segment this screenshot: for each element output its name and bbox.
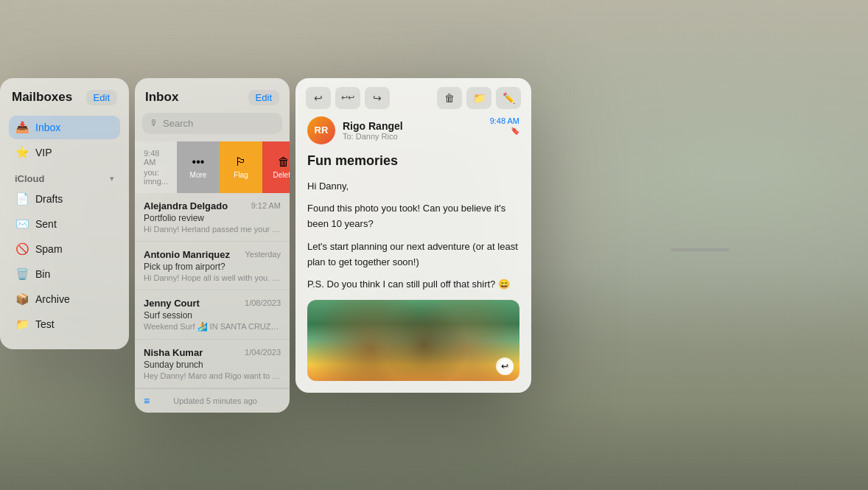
drafts-label: Drafts (35, 193, 63, 205)
mail-app: Mailboxes Edit 📥 Inbox ⭐ VIP iCloud ▾ 📄 … (0, 78, 531, 413)
more-dots-icon: ••• (192, 155, 205, 169)
reply-all-button[interactable]: ↩↩ (335, 87, 360, 109)
avatar: RR (307, 116, 335, 144)
trash-button[interactable]: 🗑 (437, 87, 462, 109)
mailboxes-edit-button[interactable]: Edit (86, 90, 117, 105)
bookmark-icon: 🔖 (511, 127, 519, 135)
search-placeholder: Search (163, 118, 193, 129)
sent-icon: ✉️ (15, 217, 29, 231)
sidebar-item-drafts[interactable]: 📄 Drafts (9, 187, 120, 211)
email-sender: Jenny Court (144, 298, 200, 309)
test-icon: 📁 (15, 318, 29, 331)
detail-content: RR Rigo Rangel To: Danny Rico 9:48 AM 🔖 … (295, 116, 531, 393)
status-bar: ≡ Updated 5 minutes ago (135, 388, 290, 413)
email-preview: Weekend Surf 🏄 IN SANTA CRUZ Glassy wave… (144, 322, 281, 332)
email-item[interactable]: Jenny Court 1/08/2023 Surf session Weeke… (135, 290, 290, 340)
inbox-panel: Inbox Edit 🎙 Search 9:48 AM you: imng... (135, 78, 290, 413)
sidebar-item-sent[interactable]: ✉️ Sent (9, 212, 120, 236)
swipe-delete-button[interactable]: 🗑 Delete (262, 141, 290, 193)
mailboxes-title: Mailboxes (12, 90, 72, 105)
mailboxes-header: Mailboxes Edit (9, 90, 120, 105)
forward-button[interactable]: ↪ (365, 87, 390, 109)
email-time: 1/08/2023 (245, 298, 281, 307)
inbox-icon: 📥 (15, 121, 29, 134)
vip-label: VIP (35, 147, 52, 158)
email-subject: Sunday brunch (144, 360, 281, 370)
move-button[interactable]: 📁 (466, 87, 491, 109)
reply-button[interactable]: ↩ (306, 87, 331, 109)
email-time: 1/04/2023 (245, 348, 281, 357)
swipe-delete-label: Delete (273, 171, 290, 179)
email-preview: Hi Danny! Herland passed me your contact… (144, 225, 281, 234)
compose-icon: ✏️ (503, 92, 515, 104)
email-sender: Antonio Manriquez (144, 249, 230, 260)
bin-label: Bin (35, 268, 50, 280)
email-preview-swiped: you: imng... (144, 168, 168, 186)
email-item-swiped: 9:48 AM you: imng... ••• More 🏳 Flag (135, 141, 290, 193)
email-time-swiped: 9:48 AM (144, 149, 168, 167)
inbox-header: Inbox Edit (135, 78, 290, 113)
email-preview: Hi Danny! Hope all is well with you. I'm… (144, 273, 281, 282)
photo-people-image (307, 300, 519, 381)
email-body: Hi Danny, Found this photo you took! Can… (307, 179, 519, 293)
sender-info: RR Rigo Rangel To: Danny Rico (307, 116, 403, 144)
reply-icon: ↩ (314, 92, 323, 104)
scroll-indicator (671, 248, 729, 251)
archive-label: Archive (35, 293, 70, 305)
detail-toolbar: ↩ ↩↩ ↪ 🗑 📁 (295, 78, 531, 116)
sidebar-item-bin[interactable]: 🗑️ Bin (9, 262, 120, 286)
body-line-3: Let's start planning our next adventure … (307, 239, 519, 270)
sidebar-item-vip[interactable]: ⭐ VIP (9, 141, 120, 164)
compose-button[interactable]: ✏️ (496, 87, 521, 109)
mailboxes-panel: Mailboxes Edit 📥 Inbox ⭐ VIP iCloud ▾ 📄 … (0, 78, 129, 349)
drafts-icon: 📄 (15, 192, 29, 206)
spam-label: Spam (35, 243, 63, 255)
email-subject-detail: Fun memories (307, 153, 519, 169)
body-line-1: Hi Danny, (307, 179, 519, 195)
swipe-actions: ••• More 🏳 Flag 🗑 Delete (177, 141, 290, 193)
test-label: Test (35, 318, 55, 330)
icloud-section-title: iCloud (15, 173, 44, 184)
sidebar-item-inbox[interactable]: 📥 Inbox (9, 116, 120, 139)
filter-icon[interactable]: ≡ (144, 395, 150, 407)
sidebar-item-archive[interactable]: 📦 Archive (9, 287, 120, 311)
email-time-detail: 9:48 AM (490, 116, 519, 125)
toolbar-right-group: 🗑 📁 ✏️ (437, 87, 521, 109)
icloud-section-header[interactable]: iCloud ▾ (9, 166, 120, 187)
sidebar-item-test[interactable]: 📁 Test (9, 312, 120, 336)
forward-icon: ↪ (373, 92, 382, 104)
folder-icon: 📁 (473, 92, 486, 104)
sender-details: Rigo Rangel To: Danny Rico (343, 120, 403, 141)
email-subject: Surf session (144, 310, 281, 321)
sender-name: Rigo Rangel (343, 120, 403, 132)
vip-icon: ⭐ (15, 146, 29, 159)
email-item[interactable]: Alejandra Delgado 9:12 AM Portfolio revi… (135, 193, 290, 242)
archive-icon: 📦 (15, 293, 29, 306)
swipe-more-button[interactable]: ••• More (177, 141, 220, 193)
main-container: Mailboxes Edit 📥 Inbox ⭐ VIP iCloud ▾ 📄 … (0, 0, 868, 490)
inbox-label: Inbox (35, 122, 60, 133)
email-subject: Pick up from airport? (144, 262, 281, 272)
bin-icon: 🗑️ (15, 267, 29, 281)
email-item[interactable]: Nisha Kumar 1/04/2023 Sunday brunch Hey … (135, 340, 290, 388)
email-to: To: Danny Rico (343, 132, 403, 141)
search-bar[interactable]: 🎙 Search (142, 113, 282, 134)
email-item[interactable]: Antonio Manriquez Yesterday Pick up from… (135, 242, 290, 290)
email-subject: Portfolio review (144, 213, 281, 223)
photo-attachment: ↩ (307, 300, 519, 381)
search-icon: 🎙 (150, 118, 158, 128)
swipe-more-label: More (190, 171, 207, 179)
sent-label: Sent (35, 218, 57, 230)
avatar-initials: RR (315, 125, 329, 136)
email-row-1: 9:48 AM (144, 149, 168, 167)
body-line-4: P.S. Do you think I can still pull off t… (307, 277, 519, 293)
delete-icon: 🗑 (278, 155, 290, 169)
toolbar-left-group: ↩ ↩↩ ↪ (306, 87, 390, 109)
swipe-flag-button[interactable]: 🏳 Flag (220, 141, 262, 193)
sidebar-item-spam[interactable]: 🚫 Spam (9, 237, 120, 261)
email-preview: Hey Danny! Maro and Rigo want to come to… (144, 371, 281, 380)
detail-panel: ↩ ↩↩ ↪ 🗑 📁 (295, 78, 531, 393)
inbox-title: Inbox (145, 90, 178, 105)
inbox-edit-button[interactable]: Edit (248, 90, 279, 105)
flag-icon: 🏳 (235, 155, 247, 169)
